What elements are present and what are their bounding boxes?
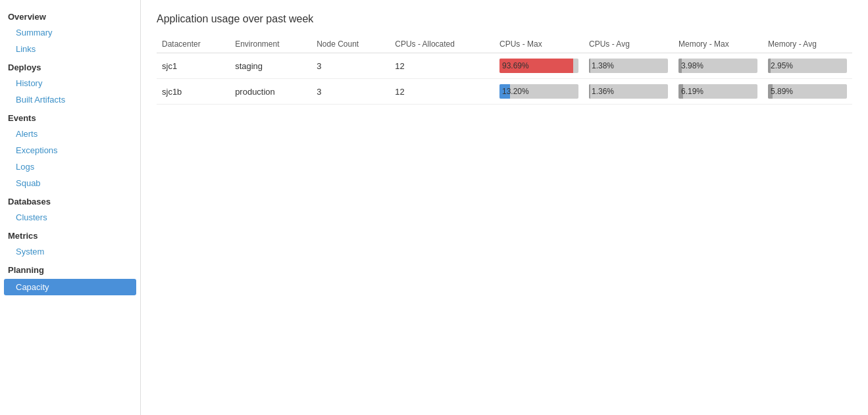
planning-header: Planning [0,260,140,278]
sidebar-item-history[interactable]: History [0,75,140,91]
cell-cpus-max: 13.20% [494,79,584,105]
main-content: Application usage over past week Datacen… [141,0,868,415]
sidebar-item-alerts[interactable]: Alerts [0,126,140,142]
cell-cpus-avg: 1.38% [584,53,673,79]
deploys-header: Deploys [0,57,140,75]
sidebar-item-links[interactable]: Links [0,41,140,57]
databases-header: Databases [0,191,140,209]
cell-environment: staging [230,53,311,79]
overview-header: Overview [0,7,140,24]
cell-memory-max: 6.19% [673,79,763,105]
col-cpus-max: CPUs - Max [494,36,584,53]
col-memory-avg: Memory - Avg [763,36,852,53]
table-row: sjc1staging31293.69%1.38%3.98%2.95% [157,53,852,79]
sidebar-item-built-artifacts[interactable]: Built Artifacts [0,91,140,108]
col-node-count: Node Count [311,36,390,53]
sidebar-item-system[interactable]: System [0,243,140,260]
col-cpus-allocated: CPUs - Allocated [390,36,494,53]
usage-table: Datacenter Environment Node Count CPUs -… [157,36,852,105]
cell-cpus-allocated: 12 [390,53,494,79]
cell-cpus-allocated: 12 [390,79,494,105]
sidebar-item-logs[interactable]: Logs [0,159,140,175]
sidebar-item-capacity[interactable]: Capacity [4,279,136,295]
table-row: sjc1bproduction31213.20%1.36%6.19%5.89% [157,79,852,105]
cell-datacenter: sjc1 [157,53,230,79]
sidebar-item-summary[interactable]: Summary [0,24,140,41]
col-environment: Environment [230,36,311,53]
metrics-header: Metrics [0,226,140,243]
sidebar-item-clusters[interactable]: Clusters [0,209,140,226]
cell-datacenter: sjc1b [157,79,230,105]
col-cpus-avg: CPUs - Avg [584,36,673,53]
cell-memory-avg: 5.89% [763,79,852,105]
cell-node-count: 3 [311,53,390,79]
cell-cpus-max: 93.69% [494,53,584,79]
cell-environment: production [230,79,311,105]
events-header: Events [0,108,140,126]
cell-node-count: 3 [311,79,390,105]
sidebar: Overview Summary Links Deploys History B… [0,0,141,415]
cell-cpus-avg: 1.36% [584,79,673,105]
cell-memory-avg: 2.95% [763,53,852,79]
col-datacenter: Datacenter [157,36,230,53]
col-memory-max: Memory - Max [673,36,763,53]
sidebar-item-squab[interactable]: Squab [0,175,140,191]
sidebar-item-exceptions[interactable]: Exceptions [0,142,140,159]
cell-memory-max: 3.98% [673,53,763,79]
page-title: Application usage over past week [157,13,852,25]
